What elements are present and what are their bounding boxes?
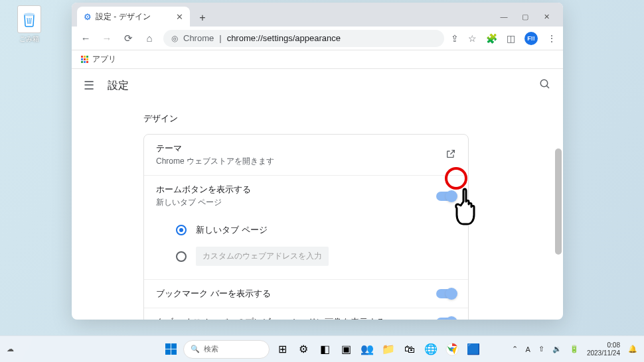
external-link-icon — [445, 149, 456, 161]
recycle-bin-icon — [17, 5, 41, 33]
svg-line-2 — [546, 86, 549, 88]
close-tab-icon[interactable]: ✕ — [176, 12, 183, 22]
battery-icon[interactable]: 🔋 — [570, 345, 579, 353]
time: 0:08 — [587, 341, 620, 349]
volume-icon[interactable]: 🔉 — [552, 345, 562, 353]
close-window-button[interactable]: ✕ — [542, 13, 551, 21]
back-button[interactable]: ← — [78, 32, 93, 44]
weather-widget[interactable]: ☁ — [7, 345, 14, 353]
url-path: chrome://settings/appearance — [227, 33, 341, 43]
radio-icon — [176, 225, 187, 235]
theme-sub: Chrome ウェブストアを開きます — [156, 156, 438, 167]
recycle-bin[interactable]: ごみ箱 — [13, 5, 45, 44]
tab-bar: ⚙ 設定 - デザイン ✕ + — ▢ ✕ — [72, 3, 563, 27]
radio-new-tab[interactable]: 新しいタブ ページ — [176, 219, 456, 241]
home-button[interactable]: ⌂ — [142, 32, 157, 44]
scrollbar-thumb[interactable] — [555, 149, 562, 255]
extensions-icon[interactable]: 🧩 — [486, 33, 497, 44]
hamburger-icon[interactable]: ☰ — [84, 78, 94, 93]
kebab-menu-icon[interactable]: ⋮ — [547, 33, 556, 44]
reload-button[interactable]: ⟳ — [121, 32, 135, 44]
taskbar-right: ⌃ A ⇧ 🔉 🔋 0:08 2023/11/24 🔔 — [512, 341, 637, 357]
custom-url-input[interactable]: カスタムのウェブアドレスを入力 — [196, 247, 329, 266]
theme-title: テーマ — [156, 143, 438, 154]
home-button-toggle[interactable] — [436, 192, 456, 201]
explorer-icon[interactable]: 📁 — [380, 341, 397, 358]
section-title: デザイン — [143, 113, 563, 125]
radio-icon — [176, 251, 187, 262]
side-panel-icon[interactable]: ◫ — [507, 33, 515, 44]
date: 2023/11/24 — [587, 349, 620, 357]
window-controls: — ▢ ✕ — [499, 13, 558, 21]
weather-icon: ☁ — [7, 345, 14, 353]
taskbar-search[interactable]: 🔍 検索 — [183, 340, 270, 359]
store-icon[interactable]: 🛍 — [401, 341, 418, 358]
clock[interactable]: 0:08 2023/11/24 — [587, 341, 620, 357]
taskbar: ☁ 🔍 検索 ⊞ ⚙ ◧ ▣ 👥 📁 🛍 🌐 🟦 ⌃ A ⇧ 🔉 🔋 0:08 … — [0, 335, 644, 362]
chrome-icon: ◎ — [171, 34, 178, 43]
appearance-card: テーマ Chrome ウェブストアを開きます ホームボタンを表示する 新しいタブ… — [143, 134, 469, 320]
start-button[interactable] — [162, 341, 179, 358]
url-prefix: Chrome — [183, 33, 214, 43]
settings-page: ☰ 設定 デザイン テーマ Chrome ウェブストアを開きます — [72, 69, 563, 320]
app-icon-1[interactable]: ◧ — [316, 341, 333, 358]
settings-body[interactable]: デザイン テーマ Chrome ウェブストアを開きます ホームボタンを表示する — [72, 102, 563, 320]
radio-custom-url[interactable]: カスタムのウェブアドレスを入力 — [176, 241, 456, 271]
bookmark-bar-title: ブックマーク バーを表示する — [156, 288, 428, 300]
task-view-icon[interactable]: ⊞ — [274, 341, 291, 358]
svg-point-1 — [540, 80, 548, 87]
edge-icon[interactable]: 🌐 — [422, 341, 440, 358]
bookmark-bar-row: ブックマーク バーを表示する — [144, 280, 468, 308]
teams-icon[interactable]: 👥 — [359, 341, 376, 358]
url-sep: | — [219, 33, 221, 43]
settings-header: ☰ 設定 — [72, 69, 563, 102]
profile-avatar[interactable]: F!! — [524, 32, 538, 45]
bookmark-star-icon[interactable]: ☆ — [468, 33, 477, 44]
apps-grid-icon[interactable] — [81, 56, 88, 63]
tab-preview-title: タブ マウスオーバーのプレビュー カードに画像を表示する — [156, 316, 428, 320]
theme-row[interactable]: テーマ Chrome ウェブストアを開きます — [144, 135, 468, 176]
url-input[interactable]: ◎ Chrome | chrome://settings/appearance — [163, 30, 444, 47]
chrome-window: ⚙ 設定 - デザイン ✕ + — ▢ ✕ ← → ⟳ ⌂ ◎ Chrome |… — [72, 3, 563, 320]
home-button-sub: 新しいタブ ページ — [156, 197, 428, 208]
recycle-bin-label: ごみ箱 — [13, 34, 45, 44]
chrome-taskbar-icon[interactable] — [443, 341, 461, 358]
forward-button[interactable]: → — [100, 32, 114, 44]
tab-preview-row: タブ マウスオーバーのプレビュー カードに画像を表示する — [144, 308, 468, 320]
settings-icon[interactable]: ⚙ — [295, 341, 312, 358]
svg-point-0 — [24, 13, 35, 16]
app-icon-3[interactable]: 🟦 — [465, 341, 482, 358]
home-button-title: ホームボタンを表示する — [156, 184, 428, 196]
page-title: 設定 — [108, 79, 129, 93]
home-button-row: ホームボタンを表示する 新しいタブ ページ — [144, 176, 468, 216]
bookmark-bar-toggle[interactable] — [436, 289, 456, 298]
gear-icon: ⚙ — [84, 12, 92, 22]
app-icon-2[interactable]: ▣ — [337, 341, 355, 358]
ime-indicator[interactable]: A — [526, 345, 530, 353]
share-icon[interactable]: ⇪ — [451, 33, 459, 44]
taskbar-center: 🔍 検索 ⊞ ⚙ ◧ ▣ 👥 📁 🛍 🌐 🟦 — [162, 340, 482, 359]
notifications-icon[interactable]: 🔔 — [628, 345, 637, 353]
minimize-button[interactable]: — — [499, 13, 509, 21]
search-icon: 🔍 — [191, 345, 200, 353]
search-placeholder: 検索 — [204, 344, 218, 354]
apps-label[interactable]: アプリ — [92, 54, 116, 65]
active-tab[interactable]: ⚙ 設定 - デザイン ✕ — [77, 7, 190, 27]
chevron-up-icon[interactable]: ⌃ — [512, 345, 518, 353]
wifi-icon[interactable]: ⇧ — [538, 345, 544, 353]
toolbar-icons: ⇪ ☆ 🧩 ◫ F!! ⋮ — [451, 32, 556, 45]
tab-preview-toggle[interactable] — [436, 318, 456, 320]
tab-title: 設定 - デザイン — [96, 11, 151, 23]
bookmarks-bar: アプリ — [72, 50, 563, 69]
address-bar: ← → ⟳ ⌂ ◎ Chrome | chrome://settings/app… — [72, 27, 563, 50]
radio-new-tab-label: 新しいタブ ページ — [196, 224, 268, 236]
new-tab-button[interactable]: + — [194, 9, 211, 27]
home-button-radio-group: 新しいタブ ページ カスタムのウェブアドレスを入力 — [144, 216, 468, 280]
search-icon[interactable] — [539, 78, 551, 93]
maximize-button[interactable]: ▢ — [521, 13, 530, 21]
